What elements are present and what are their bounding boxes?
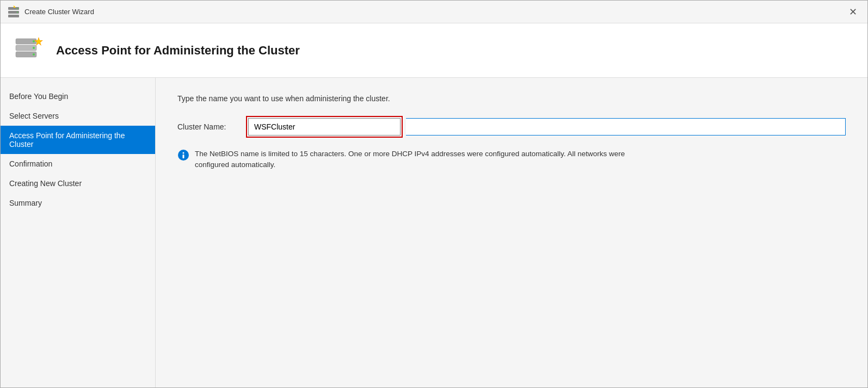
svg-point-10 — [33, 40, 35, 42]
sidebar: Before You Begin Select Servers Access P… — [1, 78, 156, 387]
svg-point-11 — [33, 47, 35, 49]
svg-point-16 — [183, 152, 184, 154]
svg-marker-6 — [14, 5, 16, 8]
sidebar-item-select-servers[interactable]: Select Servers — [1, 106, 155, 126]
cluster-name-extended-input[interactable] — [406, 118, 846, 136]
title-bar-left: Create Cluster Wizard — [7, 5, 94, 19]
svg-rect-2 — [8, 15, 19, 17]
svg-point-4 — [17, 11, 18, 13]
dialog-icon — [7, 5, 20, 19]
cluster-name-input[interactable] — [248, 118, 401, 136]
info-icon — [177, 149, 189, 161]
svg-point-12 — [33, 53, 35, 56]
sidebar-item-before-you-begin[interactable]: Before You Begin — [1, 87, 155, 106]
dialog-title: Create Cluster Wizard — [24, 8, 94, 16]
main-content: Type the name you want to use when admin… — [156, 78, 867, 387]
close-button[interactable]: ✕ — [845, 4, 861, 20]
sidebar-item-creating-new-cluster[interactable]: Creating New Cluster — [1, 174, 155, 193]
page-title: Access Point for Administering the Clust… — [56, 44, 300, 58]
cluster-name-label: Cluster Name: — [177, 122, 243, 131]
wizard-icon — [14, 34, 46, 67]
content-area: Before You Begin Select Servers Access P… — [1, 78, 867, 387]
instruction-text: Type the name you want to use when admin… — [177, 94, 846, 103]
svg-point-3 — [17, 8, 18, 9]
sidebar-item-access-point[interactable]: Access Point for Administering the Clust… — [1, 126, 155, 154]
header-section: Access Point for Administering the Clust… — [1, 23, 867, 78]
form-row: Cluster Name: — [177, 118, 846, 136]
dialog: Create Cluster Wizard ✕ Access Point for… — [0, 0, 868, 388]
svg-rect-17 — [183, 155, 184, 158]
cluster-name-input-wrapper — [248, 118, 401, 136]
sidebar-item-confirmation[interactable]: Confirmation — [1, 154, 155, 174]
title-bar: Create Cluster Wizard ✕ — [1, 1, 867, 23]
info-box: The NetBIOS name is limited to 15 charac… — [177, 149, 640, 171]
info-text: The NetBIOS name is limited to 15 charac… — [195, 149, 640, 171]
sidebar-item-summary[interactable]: Summary — [1, 193, 155, 213]
